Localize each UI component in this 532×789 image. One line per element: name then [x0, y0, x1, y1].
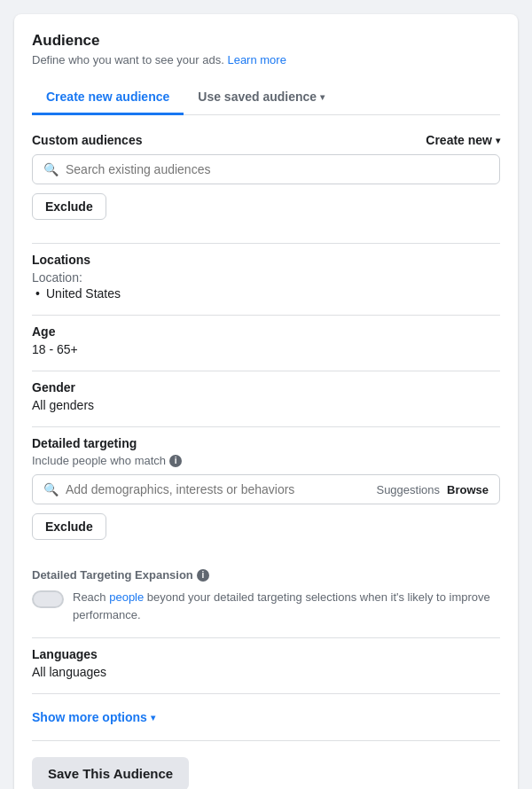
expansion-description: Reach people beyond your detailed target… — [73, 589, 500, 623]
location-value: United States — [32, 286, 500, 301]
chevron-down-icon: ▾ — [496, 136, 500, 145]
divider-2 — [32, 315, 500, 316]
gender-value: All genders — [32, 398, 500, 412]
create-new-button[interactable]: Create new ▾ — [426, 133, 500, 147]
exclude-detailed-button[interactable]: Exclude — [32, 513, 106, 540]
tab-use-saved[interactable]: Use saved audience ▾ — [184, 81, 339, 115]
exclude-button[interactable]: Exclude — [32, 193, 106, 220]
divider-6 — [32, 693, 500, 694]
custom-audiences-header: Custom audiences Create new ▾ — [32, 133, 500, 147]
age-section: Age 18 - 65+ — [32, 324, 500, 356]
info-icon[interactable]: i — [169, 455, 182, 467]
expansion-row: Reach people beyond your detailed target… — [32, 589, 500, 623]
gender-section: Gender All genders — [32, 380, 500, 412]
tab-create-new[interactable]: Create new audience — [32, 81, 184, 115]
languages-label: Languages — [32, 647, 500, 661]
subtitle-text: Define who you want to see your ads. — [32, 53, 224, 66]
custom-audiences-label: Custom audiences — [32, 133, 142, 147]
page-subtitle: Define who you want to see your ads. Lea… — [32, 53, 500, 66]
custom-audiences-search-box[interactable]: 🔍 — [32, 154, 500, 184]
search-icon: 🔍 — [43, 162, 59, 176]
detailed-targeting-input[interactable] — [66, 482, 369, 496]
expansion-header: Detailed Targeting Expansion i — [32, 568, 500, 582]
show-more-button[interactable]: Show more options ▾ — [32, 703, 155, 731]
include-people-label: Include people who match i — [32, 454, 500, 467]
audience-card: Audience Define who you want to see your… — [14, 14, 518, 789]
divider-4 — [32, 426, 500, 427]
search-actions: Suggestions Browse — [376, 483, 489, 496]
search-icon: 🔍 — [43, 482, 59, 496]
age-label: Age — [32, 324, 500, 339]
tabs-container: Create new audience Use saved audience ▾ — [32, 81, 500, 115]
locations-section: Locations Location: United States — [32, 253, 500, 301]
languages-section: Languages All languages — [32, 647, 500, 679]
chevron-down-icon: ▾ — [320, 92, 325, 102]
location-sublabel: Location: — [32, 270, 500, 285]
expansion-toggle[interactable] — [32, 590, 64, 608]
expansion-section: Detailed Targeting Expansion i Reach peo… — [32, 568, 500, 623]
expansion-info-icon[interactable]: i — [197, 569, 209, 582]
page-title: Audience — [32, 32, 500, 50]
detailed-targeting-section: Detailed targeting Include people who ma… — [32, 436, 500, 554]
search-input[interactable] — [66, 162, 489, 176]
languages-value: All languages — [32, 665, 500, 679]
save-audience-button[interactable]: Save This Audience — [32, 757, 189, 789]
chevron-down-icon: ▾ — [151, 713, 155, 723]
browse-button[interactable]: Browse — [447, 483, 489, 496]
divider-3 — [32, 371, 500, 371]
divider-1 — [32, 243, 500, 244]
divider-7 — [32, 740, 500, 741]
learn-more-link[interactable]: Learn more — [227, 53, 286, 66]
detailed-targeting-search-box[interactable]: 🔍 Suggestions Browse — [32, 474, 500, 504]
expansion-people-link[interactable]: people — [109, 590, 144, 604]
age-value: 18 - 65+ — [32, 342, 500, 356]
header-section: Audience Define who you want to see your… — [32, 32, 500, 66]
locations-label: Locations — [32, 253, 500, 267]
gender-label: Gender — [32, 380, 500, 394]
suggestions-label: Suggestions — [376, 483, 440, 496]
detailed-targeting-label: Detailed targeting — [32, 436, 500, 450]
divider-5 — [32, 637, 500, 638]
